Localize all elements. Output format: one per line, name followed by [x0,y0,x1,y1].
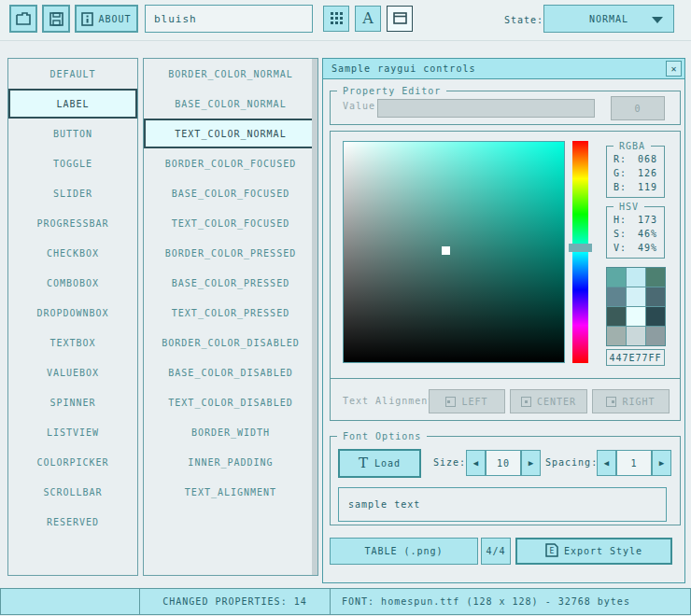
properties-list-item[interactable]: INNER_PADDING [144,447,317,477]
load-font-button[interactable]: T Load [338,449,421,478]
controls-list-item[interactable]: DROPDOWNBOX [8,298,137,328]
save-icon [49,12,63,26]
hsv-group: HSV H:173 S:46% V:49% [606,206,665,259]
close-button[interactable]: ✕ [666,61,682,77]
sample-textbox[interactable]: sample text [338,487,667,522]
picker-cursor[interactable] [442,246,450,255]
properties-list-item[interactable]: BASE_COLOR_PRESSED [144,268,317,298]
color-swatch[interactable] [646,327,665,345]
controls-list-item[interactable]: TOGGLE [8,148,137,178]
properties-list-item[interactable]: BASE_COLOR_DISABLED [144,357,317,387]
properties-list-item[interactable]: TEXT_COLOR_DISABLED [144,387,317,417]
properties-list-item[interactable]: BORDER_COLOR_FOCUSED [144,148,317,178]
window-icon [393,10,407,28]
spacing-increase-button[interactable]: ▶ [652,450,671,476]
new-file-button[interactable] [9,5,37,33]
size-value-box[interactable]: 10 [486,450,521,476]
status-font-info: FONT: homespun.ttf (128 x 128) - 32768 b… [330,588,691,615]
controls-list-item[interactable]: SPINNER [8,387,137,417]
properties-list-item[interactable]: BORDER_WIDTH [144,417,317,447]
value-slider[interactable] [377,99,595,118]
color-picker-panel[interactable] [343,141,565,363]
color-swatch[interactable] [607,287,626,306]
color-swatch[interactable] [646,268,665,287]
spacing-decrease-button[interactable]: ◀ [597,450,616,476]
properties-list-item[interactable]: TEXT_COLOR_FOCUSED [144,208,317,238]
b-value: 119 [638,182,657,192]
state-label: State: [504,0,543,41]
r-value: 068 [638,154,657,164]
color-swatch[interactable] [627,268,645,287]
controls-list-item[interactable]: SCROLLBAR [8,477,137,507]
color-swatch[interactable] [607,268,626,287]
controls-list-item[interactable]: LISTVIEW [8,417,137,447]
controls-view-toggle[interactable] [387,6,413,32]
state-dropdown-value: NORMAL [589,14,628,24]
about-button[interactable]: ABOUT [75,5,138,33]
style-name-input[interactable] [145,5,313,33]
spacing-label: Spacing: [545,457,598,468]
controls-list-item[interactable]: VALUEBOX [8,357,137,387]
controls-list: DEFAULTLABELBUTTONTOGGLESLIDERPROGRESSBA… [7,58,138,576]
close-icon: ✕ [670,63,676,74]
color-swatch[interactable] [646,307,665,326]
export-icon: E [545,543,558,559]
g-value: 126 [638,168,657,178]
value-box[interactable]: 0 [611,96,665,120]
properties-list-item[interactable]: BASE_COLOR_NORMAL [144,89,317,119]
align-left-button[interactable]: LEFT [429,389,505,413]
color-swatch[interactable] [627,307,645,326]
controls-list-item[interactable]: DEFAULT [8,59,137,89]
font-options-label: Font Options [337,431,427,441]
hex-value-box[interactable]: 447E77FF [606,349,665,366]
align-center-button[interactable]: CENTER [510,389,587,413]
state-dropdown[interactable]: NORMAL [543,5,674,33]
font-icon: A [362,11,374,26]
spacing-value-box[interactable]: 1 [616,450,652,476]
table-export-button[interactable]: TABLE (.png) [330,538,478,565]
s-value: 46% [638,229,657,239]
g-label: G: [613,168,627,178]
properties-list-item[interactable]: TEXT_ALIGNMENT [144,477,317,507]
controls-list-item[interactable]: TEXTBOX [8,328,137,357]
window-titlebar[interactable]: Sample raygui controls ✕ [323,59,684,79]
font-view-toggle[interactable]: A [355,6,381,32]
export-style-button[interactable]: E Export Style [515,538,672,565]
controls-list-item[interactable]: SLIDER [8,178,137,208]
about-button-label: ABOUT [98,14,131,24]
align-center-icon [521,397,531,407]
controls-list-item[interactable]: PROGRESSBAR [8,208,137,238]
size-decrease-button[interactable]: ◀ [466,450,486,476]
style-table-toggle[interactable] [323,6,349,32]
v-label: V: [613,243,627,253]
properties-list-item[interactable]: BORDER_COLOR_NORMAL [144,59,317,89]
rgba-group: RGBA R:068 G:126 B:119 [606,146,665,198]
arrow-left-icon: ◀ [473,458,478,468]
hue-handle[interactable] [569,244,592,252]
properties-list-item[interactable]: TEXT_COLOR_PRESSED [144,298,317,328]
controls-list-item[interactable]: COLORPICKER [8,447,137,477]
align-right-button[interactable]: RIGHT [592,389,670,413]
color-swatch[interactable] [646,287,665,306]
save-file-button[interactable] [42,5,70,33]
controls-list-item[interactable]: LABEL [8,89,137,119]
color-swatch[interactable] [627,287,645,306]
controls-list-item[interactable]: RESERVED [8,507,137,537]
properties-list-item[interactable]: BORDER_COLOR_PRESSED [144,238,317,268]
properties-list-item[interactable]: BORDER_COLOR_DISABLED [144,328,317,357]
color-swatch[interactable] [607,327,626,345]
color-swatch[interactable] [607,307,626,326]
controls-list-item[interactable]: COMBOBOX [8,268,137,298]
hue-bar[interactable] [572,141,588,363]
controls-list-item[interactable]: CHECKBOX [8,238,137,268]
properties-list-item[interactable]: TEXT_COLOR_NORMAL [144,119,317,148]
size-increase-button[interactable]: ▶ [521,450,541,476]
color-swatch[interactable] [627,327,645,345]
svg-text:E: E [549,547,555,555]
arrow-right-icon: ▶ [529,458,533,468]
controls-list-item[interactable]: BUTTON [8,119,137,148]
export-count-box[interactable]: 4/4 [481,538,511,565]
properties-list-item[interactable]: BASE_COLOR_FOCUSED [144,178,317,208]
properties-scrollbar[interactable] [312,59,317,575]
value-label: Value: [343,101,382,111]
